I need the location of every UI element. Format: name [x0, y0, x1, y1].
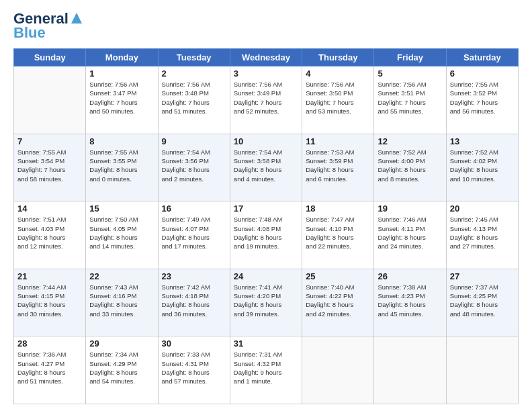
calendar-cell: 11Sunrise: 7:53 AM Sunset: 3:59 PM Dayli…: [302, 134, 374, 201]
day-number: 20: [450, 203, 515, 214]
day-number: 19: [378, 203, 442, 214]
calendar-cell: 4Sunrise: 7:56 AM Sunset: 3:50 PM Daylig…: [302, 66, 374, 134]
day-info: Sunrise: 7:46 AM Sunset: 4:11 PM Dayligh…: [378, 215, 442, 250]
calendar-cell: 28Sunrise: 7:36 AM Sunset: 4:27 PM Dayli…: [14, 336, 86, 404]
day-header: Tuesday: [158, 49, 230, 66]
calendar-cell: 13Sunrise: 7:52 AM Sunset: 4:02 PM Dayli…: [446, 134, 518, 201]
calendar-week-row: 14Sunrise: 7:51 AM Sunset: 4:03 PM Dayli…: [14, 201, 519, 269]
calendar-cell: 20Sunrise: 7:45 AM Sunset: 4:13 PM Dayli…: [446, 201, 518, 269]
day-info: Sunrise: 7:56 AM Sunset: 3:50 PM Dayligh…: [306, 80, 370, 116]
calendar-cell: 23Sunrise: 7:42 AM Sunset: 4:18 PM Dayli…: [158, 269, 230, 336]
day-header: Monday: [86, 49, 158, 66]
calendar-cell: 14Sunrise: 7:51 AM Sunset: 4:03 PM Dayli…: [14, 201, 86, 269]
day-number: 13: [450, 136, 515, 146]
day-info: Sunrise: 7:44 AM Sunset: 4:15 PM Dayligh…: [17, 283, 82, 318]
day-number: 12: [378, 136, 442, 146]
day-info: Sunrise: 7:40 AM Sunset: 4:22 PM Dayligh…: [306, 283, 370, 318]
calendar-cell: 8Sunrise: 7:55 AM Sunset: 3:55 PM Daylig…: [86, 134, 158, 201]
day-info: Sunrise: 7:56 AM Sunset: 3:47 PM Dayligh…: [89, 80, 154, 116]
day-info: Sunrise: 7:56 AM Sunset: 3:51 PM Dayligh…: [378, 80, 442, 116]
day-number: 8: [89, 136, 154, 146]
day-info: Sunrise: 7:33 AM Sunset: 4:31 PM Dayligh…: [162, 350, 226, 385]
calendar-cell: 6Sunrise: 7:55 AM Sunset: 3:52 PM Daylig…: [446, 66, 518, 134]
calendar-cell: 22Sunrise: 7:43 AM Sunset: 4:16 PM Dayli…: [86, 269, 158, 336]
calendar-cell: 5Sunrise: 7:56 AM Sunset: 3:51 PM Daylig…: [374, 66, 446, 134]
day-number: 26: [378, 271, 442, 281]
day-info: Sunrise: 7:37 AM Sunset: 4:25 PM Dayligh…: [450, 283, 515, 318]
header: General Blue: [13, 11, 519, 42]
day-number: 21: [17, 271, 82, 281]
day-number: 18: [306, 203, 370, 214]
calendar-week-row: 28Sunrise: 7:36 AM Sunset: 4:27 PM Dayli…: [14, 336, 519, 404]
calendar-cell: 17Sunrise: 7:48 AM Sunset: 4:08 PM Dayli…: [230, 201, 302, 269]
day-info: Sunrise: 7:56 AM Sunset: 3:48 PM Dayligh…: [162, 80, 226, 116]
logo-blue: Blue: [13, 24, 46, 42]
day-number: 16: [162, 203, 226, 214]
calendar-cell: [374, 336, 446, 404]
day-number: 17: [234, 203, 298, 214]
day-header: Sunday: [14, 49, 86, 66]
day-header: Thursday: [302, 49, 374, 66]
day-info: Sunrise: 7:51 AM Sunset: 4:03 PM Dayligh…: [17, 215, 82, 250]
calendar-cell: 10Sunrise: 7:54 AM Sunset: 3:58 PM Dayli…: [230, 134, 302, 201]
day-number: 9: [162, 136, 226, 146]
day-header: Wednesday: [230, 49, 302, 66]
day-info: Sunrise: 7:50 AM Sunset: 4:05 PM Dayligh…: [89, 215, 154, 250]
day-info: Sunrise: 7:45 AM Sunset: 4:13 PM Dayligh…: [450, 215, 515, 250]
day-number: 1: [89, 68, 154, 79]
calendar-table: SundayMondayTuesdayWednesdayThursdayFrid…: [13, 48, 519, 404]
calendar-cell: 15Sunrise: 7:50 AM Sunset: 4:05 PM Dayli…: [86, 201, 158, 269]
calendar-cell: 30Sunrise: 7:33 AM Sunset: 4:31 PM Dayli…: [158, 336, 230, 404]
calendar-cell: 26Sunrise: 7:38 AM Sunset: 4:23 PM Dayli…: [374, 269, 446, 336]
day-info: Sunrise: 7:53 AM Sunset: 3:59 PM Dayligh…: [306, 148, 370, 183]
day-number: 25: [306, 271, 370, 281]
calendar-cell: 19Sunrise: 7:46 AM Sunset: 4:11 PM Dayli…: [374, 201, 446, 269]
logo-triangle-icon: [71, 12, 83, 27]
day-info: Sunrise: 7:42 AM Sunset: 4:18 PM Dayligh…: [162, 283, 226, 318]
day-info: Sunrise: 7:34 AM Sunset: 4:29 PM Dayligh…: [89, 350, 154, 385]
page: General Blue SundayMondayTuesdayWednesda…: [0, 0, 532, 411]
day-info: Sunrise: 7:49 AM Sunset: 4:07 PM Dayligh…: [162, 215, 226, 250]
day-number: 29: [89, 338, 154, 349]
day-info: Sunrise: 7:56 AM Sunset: 3:49 PM Dayligh…: [234, 80, 298, 116]
day-header: Friday: [374, 49, 446, 66]
day-info: Sunrise: 7:52 AM Sunset: 4:00 PM Dayligh…: [378, 148, 442, 183]
calendar-cell: 3Sunrise: 7:56 AM Sunset: 3:49 PM Daylig…: [230, 66, 302, 134]
day-header: Saturday: [446, 49, 518, 66]
calendar-cell: 24Sunrise: 7:41 AM Sunset: 4:20 PM Dayli…: [230, 269, 302, 336]
calendar-cell: 27Sunrise: 7:37 AM Sunset: 4:25 PM Dayli…: [446, 269, 518, 336]
calendar-cell: 21Sunrise: 7:44 AM Sunset: 4:15 PM Dayli…: [14, 269, 86, 336]
day-info: Sunrise: 7:36 AM Sunset: 4:27 PM Dayligh…: [17, 350, 82, 385]
day-number: 31: [234, 338, 298, 349]
calendar-header-row: SundayMondayTuesdayWednesdayThursdayFrid…: [14, 49, 519, 66]
calendar-week-row: 1Sunrise: 7:56 AM Sunset: 3:47 PM Daylig…: [14, 66, 519, 134]
day-info: Sunrise: 7:47 AM Sunset: 4:10 PM Dayligh…: [306, 215, 370, 250]
day-info: Sunrise: 7:31 AM Sunset: 4:32 PM Dayligh…: [234, 350, 298, 385]
calendar-week-row: 7Sunrise: 7:55 AM Sunset: 3:54 PM Daylig…: [14, 134, 519, 201]
day-number: 22: [89, 271, 154, 281]
day-number: 3: [234, 68, 298, 79]
day-info: Sunrise: 7:54 AM Sunset: 3:58 PM Dayligh…: [234, 148, 298, 183]
day-number: 30: [162, 338, 226, 349]
day-info: Sunrise: 7:52 AM Sunset: 4:02 PM Dayligh…: [450, 148, 515, 183]
day-number: 2: [162, 68, 226, 79]
day-number: 15: [89, 203, 154, 214]
logo: General Blue: [13, 11, 83, 42]
calendar-cell: 2Sunrise: 7:56 AM Sunset: 3:48 PM Daylig…: [158, 66, 230, 134]
day-number: 4: [306, 68, 370, 79]
day-number: 7: [17, 136, 82, 146]
calendar-cell: 16Sunrise: 7:49 AM Sunset: 4:07 PM Dayli…: [158, 201, 230, 269]
day-number: 11: [306, 136, 370, 146]
calendar-week-row: 21Sunrise: 7:44 AM Sunset: 4:15 PM Dayli…: [14, 269, 519, 336]
calendar-cell: [446, 336, 518, 404]
svg-marker-0: [71, 13, 82, 24]
calendar-cell: [302, 336, 374, 404]
day-number: 23: [162, 271, 226, 281]
calendar-cell: 18Sunrise: 7:47 AM Sunset: 4:10 PM Dayli…: [302, 201, 374, 269]
day-info: Sunrise: 7:54 AM Sunset: 3:56 PM Dayligh…: [162, 148, 226, 183]
calendar-cell: 29Sunrise: 7:34 AM Sunset: 4:29 PM Dayli…: [86, 336, 158, 404]
day-number: 28: [17, 338, 82, 349]
calendar-cell: 31Sunrise: 7:31 AM Sunset: 4:32 PM Dayli…: [230, 336, 302, 404]
day-number: 24: [234, 271, 298, 281]
calendar-cell: 9Sunrise: 7:54 AM Sunset: 3:56 PM Daylig…: [158, 134, 230, 201]
